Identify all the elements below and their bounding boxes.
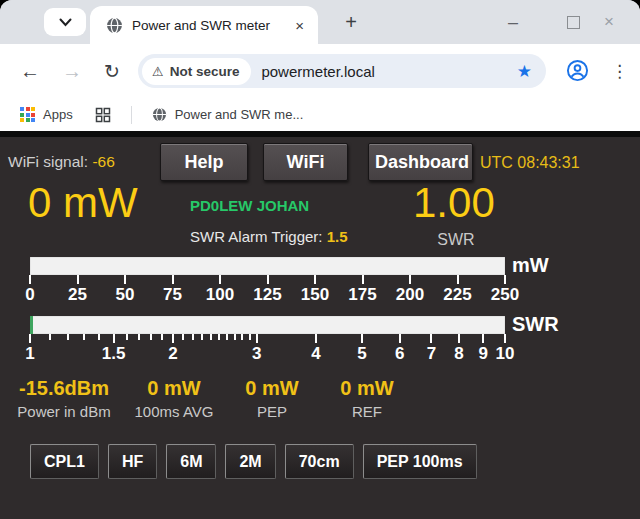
swr-meter-labels: 11.52345678910	[0, 344, 640, 364]
hf-button[interactable]: HF	[108, 444, 157, 479]
help-button[interactable]: Help	[160, 143, 248, 181]
apps-label[interactable]: Apps	[43, 107, 73, 122]
stat-ref: 0 mW REF	[340, 377, 393, 420]
maximize-icon	[567, 16, 580, 29]
reload-icon[interactable]: ↻	[104, 60, 120, 83]
callsign: PD0LEW JOHAN	[190, 197, 309, 214]
stat-label: 100ms AVG	[135, 403, 214, 420]
stat-value: 0 mW	[245, 377, 298, 400]
tab-strip: Power and SWR meter × + – ×	[0, 0, 640, 44]
wifi-button[interactable]: WiFi	[263, 143, 348, 181]
swr-meter-ticks	[0, 334, 640, 344]
stat-label: REF	[340, 403, 393, 420]
browser-toolbar: ← → ↻ ⚠ Not secure powermeter.local ★ ⋮	[0, 44, 640, 98]
page-content: WiFi signal: -66 Help WiFi Dashboard UTC…	[0, 131, 640, 519]
tab-search-button[interactable]	[44, 8, 86, 36]
dashboard-button[interactable]: Dashboard	[368, 143, 473, 181]
profile-icon[interactable]	[566, 59, 589, 82]
swr-alarm-trigger: SWR Alarm Trigger: 1.5	[190, 228, 348, 245]
browser-window: Power and SWR meter × + – × ← → ↻ ⚠ Not …	[0, 0, 640, 519]
address-bar[interactable]: ⚠ Not secure powermeter.local ★	[138, 54, 546, 88]
power-meter-unit: mW	[512, 254, 549, 277]
wifi-signal: WiFi signal: -66	[8, 153, 115, 171]
power-meter-track	[30, 257, 505, 275]
utc-clock: UTC 08:43:31	[480, 154, 580, 172]
swr-value: 1.00	[413, 181, 495, 225]
window-maximize-button[interactable]	[558, 0, 588, 44]
stat-pep: 0 mW PEP	[245, 377, 298, 420]
stat-100ms-avg: 0 mW 100ms AVG	[135, 377, 214, 420]
tab-title: Power and SWR meter	[132, 18, 289, 33]
swr-value-label: SWR	[425, 231, 487, 249]
swr-meter-unit: SWR	[512, 313, 559, 336]
power-meter-labels: 0255075100125150175200225250	[0, 285, 640, 305]
new-tab-button[interactable]: +	[338, 10, 364, 36]
page-top-strip	[0, 131, 640, 137]
tab-close-icon[interactable]: ×	[289, 17, 310, 34]
power-meter-ticks	[0, 275, 640, 285]
stat-label: PEP	[245, 403, 298, 420]
apps-grid-icon[interactable]	[20, 107, 35, 122]
forward-icon[interactable]: →	[62, 60, 82, 83]
stat-power-dbm: -15.6dBm Power in dBm	[17, 377, 110, 420]
back-icon[interactable]: ←	[20, 60, 40, 83]
6m-button[interactable]: 6M	[166, 444, 216, 479]
security-chip[interactable]: ⚠ Not secure	[142, 58, 251, 85]
more-menu-icon[interactable]: ⋮	[611, 61, 628, 82]
bookmarks-divider	[131, 106, 132, 124]
swr-meter: SWR 11.52345678910	[0, 316, 640, 376]
wifi-signal-value: -66	[92, 153, 114, 170]
swr-alarm-value: 1.5	[327, 228, 348, 245]
bookmark-star-icon[interactable]: ★	[517, 61, 532, 82]
window-minimize-button[interactable]: –	[508, 0, 538, 44]
power-value: 0 mW	[28, 181, 138, 225]
warning-icon: ⚠	[152, 64, 164, 79]
power-meter: mW 0255075100125150175200225250	[0, 257, 640, 317]
stat-value: 0 mW	[340, 377, 393, 400]
bookmarks-bar: Apps Power and SWR me...	[0, 98, 640, 131]
browser-tab[interactable]: Power and SWR meter ×	[90, 6, 318, 44]
bookmark-item[interactable]: Power and SWR me...	[175, 107, 304, 122]
70cm-button[interactable]: 70cm	[285, 444, 354, 479]
2m-button[interactable]: 2M	[225, 444, 275, 479]
stat-value: -15.6dBm	[17, 377, 110, 400]
url-text[interactable]: powermeter.local	[261, 63, 516, 80]
swr-meter-fill	[30, 316, 33, 334]
stat-value: 0 mW	[135, 377, 214, 400]
swr-alarm-label: SWR Alarm Trigger:	[190, 228, 323, 245]
globe-favicon-icon	[106, 17, 123, 34]
security-chip-label: Not secure	[170, 64, 240, 79]
window-close-button[interactable]: ×	[604, 0, 634, 44]
chevron-down-icon	[59, 18, 72, 27]
stat-label: Power in dBm	[17, 403, 110, 420]
bookmark-globe-icon	[152, 107, 167, 122]
swr-meter-track	[30, 316, 505, 334]
pep-100ms-button[interactable]: PEP 100ms	[363, 444, 477, 479]
band-button-row: CPL1 HF 6M 2M 70cm PEP 100ms	[30, 444, 477, 479]
cpl1-button[interactable]: CPL1	[30, 444, 99, 479]
wifi-signal-label: WiFi signal:	[8, 153, 88, 170]
collections-icon[interactable]	[95, 107, 111, 123]
